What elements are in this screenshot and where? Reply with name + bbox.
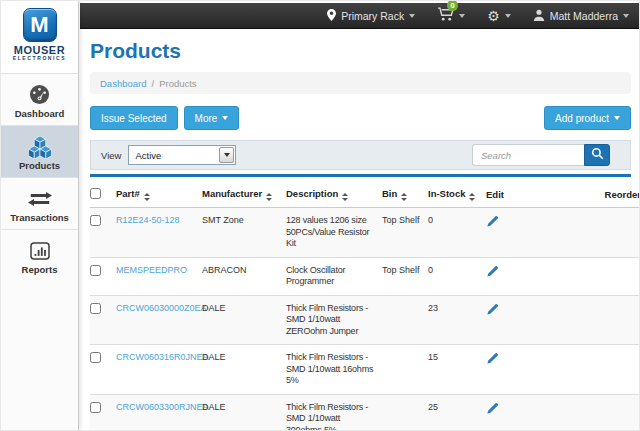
add-product-label: Add product — [555, 113, 609, 124]
main-content: Products Dashboard / Products Issue Sele… — [80, 29, 639, 430]
bin-cell — [382, 295, 428, 345]
instock-cell: 15 — [428, 345, 486, 395]
description-cell: Thick Film Resistors - SMD 1/10watt 300o… — [286, 394, 382, 431]
gear-icon: ⚙ — [487, 9, 500, 23]
edit-button[interactable] — [486, 215, 499, 228]
view-select-value: Active — [135, 150, 161, 161]
column-header-reorder: Reorder — [574, 182, 640, 208]
user-menu[interactable]: Matt Madderra — [533, 9, 629, 23]
column-header-manufacturer[interactable]: Manufacturer — [202, 182, 286, 208]
bin-cell — [382, 345, 428, 395]
table-row: MEMSPEEDPRO ABRACON Clock Oscillator Pro… — [90, 257, 640, 295]
view-select[interactable]: Active — [128, 145, 236, 165]
description-cell: Thick Film Resistors - SMD 1/10watt 16oh… — [286, 345, 382, 395]
products-table: Part# Manufacturer Description Bin In-St… — [90, 182, 640, 431]
sidebar-item-dashboard[interactable]: Dashboard — [1, 73, 78, 125]
breadcrumb-current: Products — [159, 78, 197, 89]
column-header-edit: Edit — [486, 182, 574, 208]
sidebar-item-label: Reports — [1, 264, 78, 275]
more-button[interactable]: More — [184, 106, 240, 130]
manufacturer-cell: SMT Zone — [202, 208, 286, 258]
column-header-description[interactable]: Description — [286, 182, 382, 208]
reorder-cell — [574, 394, 640, 431]
chevron-down-icon — [409, 14, 415, 18]
more-label: More — [195, 113, 218, 124]
chevron-down-icon — [614, 116, 620, 120]
mouser-brand-text: MOUSER — [1, 45, 78, 55]
select-all-checkbox[interactable] — [90, 188, 101, 199]
pencil-icon — [486, 266, 499, 281]
chevron-down-icon — [623, 14, 629, 18]
column-header-instock[interactable]: In-Stock — [428, 182, 486, 208]
cart-count-badge: 0 — [447, 0, 458, 11]
edit-button[interactable] — [486, 402, 499, 415]
instock-cell: 0 — [428, 257, 486, 295]
page-title: Products — [90, 39, 631, 63]
column-header-bin[interactable]: Bin — [382, 182, 428, 208]
settings-menu[interactable]: ⚙ — [487, 9, 511, 23]
part-link[interactable]: MEMSPEEDPRO — [116, 265, 187, 275]
mouser-logo[interactable]: M MOUSER ELECTRONICS — [1, 1, 78, 73]
part-link[interactable]: CRCW06030000Z0EA — [116, 303, 207, 313]
issue-selected-label: Issue Selected — [101, 113, 167, 124]
description-cell: Thick Film Resistors - SMD 1/10watt ZERO… — [286, 295, 382, 345]
sort-icon — [342, 193, 348, 201]
chevron-down-icon — [505, 14, 511, 18]
table-row: CRCW06030000Z0EA DALE Thick Film Resisto… — [90, 295, 640, 345]
edit-button[interactable] — [486, 265, 499, 278]
user-icon — [533, 9, 545, 23]
mouser-monogram-icon: M — [23, 8, 57, 42]
app-window: M MOUSER ELECTRONICS Dashboard — [0, 0, 640, 431]
column-header-part[interactable]: Part# — [116, 182, 202, 208]
part-link[interactable]: CRCW0603300RJNEA — [116, 402, 209, 412]
pencil-icon — [486, 353, 499, 368]
manufacturer-cell: DALE — [202, 295, 286, 345]
reorder-cell — [574, 208, 640, 258]
search-group — [472, 144, 610, 166]
manufacturer-cell: DALE — [202, 345, 286, 395]
bin-cell: Top Shelf — [382, 257, 428, 295]
row-checkbox[interactable] — [90, 265, 101, 276]
reorder-cell — [574, 345, 640, 395]
instock-cell: 0 — [428, 208, 486, 258]
bar-chart-icon — [1, 238, 78, 262]
search-icon — [591, 147, 604, 163]
issue-selected-button[interactable]: Issue Selected — [90, 106, 178, 130]
pencil-icon — [486, 216, 499, 231]
part-link[interactable]: CRCW060316R0JNEA — [116, 352, 209, 362]
instock-cell: 23 — [428, 295, 486, 345]
chevron-down-icon — [222, 116, 228, 120]
sidebar-item-transactions[interactable]: Transactions — [1, 177, 78, 229]
breadcrumb-dashboard-link[interactable]: Dashboard — [100, 78, 146, 89]
pencil-icon — [486, 304, 499, 319]
rack-selector[interactable]: Primary Rack — [327, 9, 415, 23]
part-link[interactable]: R12E24-50-128 — [116, 215, 180, 225]
add-product-button[interactable]: Add product — [544, 106, 631, 130]
search-input[interactable] — [472, 144, 584, 166]
manufacturer-cell: DALE — [202, 394, 286, 431]
bin-cell: Top Shelf — [382, 208, 428, 258]
sidebar-item-reports[interactable]: Reports — [1, 229, 78, 281]
breadcrumb-separator: / — [151, 78, 154, 89]
edit-button[interactable] — [486, 303, 499, 316]
row-checkbox[interactable] — [90, 215, 101, 226]
cart-menu[interactable]: 0 — [437, 7, 465, 24]
search-button[interactable] — [584, 144, 610, 166]
table-row: CRCW060316R0JNEA DALE Thick Film Resisto… — [90, 345, 640, 395]
sidebar-nav: Dashboard Products — [1, 73, 78, 281]
table-row: R12E24-50-128 SMT Zone 128 values 1206 s… — [90, 208, 640, 258]
description-cell: 128 values 1206 size 50PCs/Value Resisto… — [286, 208, 382, 258]
row-checkbox[interactable] — [90, 402, 101, 413]
gauge-icon — [1, 82, 78, 106]
reorder-cell — [574, 257, 640, 295]
cubes-icon — [1, 134, 78, 158]
row-checkbox[interactable] — [90, 352, 101, 363]
edit-button[interactable] — [486, 352, 499, 365]
table-row: CRCW0603300RJNEA DALE Thick Film Resisto… — [90, 394, 640, 431]
location-pin-icon — [327, 9, 336, 23]
row-checkbox[interactable] — [90, 303, 101, 314]
sidebar-item-products[interactable]: Products — [1, 125, 78, 177]
instock-cell: 25 — [428, 394, 486, 431]
chevron-down-icon — [459, 14, 465, 18]
sidebar: M MOUSER ELECTRONICS Dashboard — [1, 1, 79, 430]
